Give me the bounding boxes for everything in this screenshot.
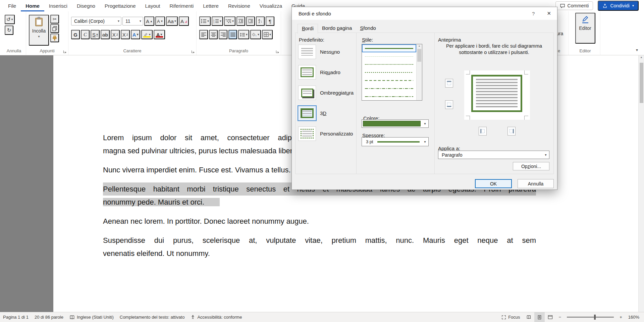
style-option[interactable] [362,85,416,93]
font-size-combo[interactable]: 11 ▾ [122,17,143,25]
collapse-ribbon-chevron-icon[interactable]: ▾ [636,48,638,52]
comments-button[interactable]: Commenti [555,1,593,10]
shrink-font-button[interactable]: A▼ [155,16,165,26]
accessibility-status[interactable]: Accessibilità: conforme [187,312,245,322]
border-preview-diagram[interactable] [464,70,530,120]
selected-text[interactable]: nonummy pede. Mauris et orci. [103,198,220,206]
scroll-up-icon[interactable]: ▴ [641,55,642,59]
sort-button[interactable]: AZ ↓ [256,16,265,26]
options-button[interactable]: Opzioni... [513,162,549,170]
font-dialog-launcher[interactable] [191,50,195,53]
superscript-button[interactable]: X2 [121,30,130,39]
print-layout-button[interactable] [534,312,545,322]
close-icon[interactable]: ✕ [547,10,551,16]
scrollbar-thumb[interactable] [640,63,643,103]
text-line[interactable]: nonummy pede. Mauris et orci. [103,196,536,209]
menu-tab-disegno[interactable]: Disegno [72,0,100,11]
preset-ombreggiatura[interactable]: Ombreggiatura [298,85,354,101]
menu-tab-file[interactable]: File [3,0,21,11]
text-line[interactable]: Aenean nec lorem. In porttitor. Donec la… [103,215,536,228]
decrease-indent-button[interactable] [236,16,245,26]
right-border-toggle-button[interactable] [507,127,516,136]
zoom-in-button[interactable]: + [616,312,625,322]
menu-tab-home[interactable]: Home [21,0,44,11]
copy-button[interactable] [50,24,59,33]
tab-sfondo[interactable]: Sfondo [356,24,380,34]
grow-font-button[interactable]: A▲ [144,16,154,26]
clipboard-dialog-launcher[interactable] [63,50,66,53]
strikethrough-button[interactable]: ab [101,30,110,39]
menu-tab-inserisci[interactable]: Inserisci [44,0,72,11]
style-option[interactable] [362,68,416,76]
tab-bordi[interactable]: Bordi [298,24,318,34]
style-option[interactable] [362,44,416,52]
menu-tab-layout[interactable]: Layout [141,0,165,11]
paragraph[interactable]: Aenean nec lorem. In porttitor. Donec la… [103,215,536,228]
web-layout-button[interactable] [545,312,556,322]
zoom-slider-thumb[interactable] [594,315,596,320]
underline-button[interactable]: S▾ [91,30,100,39]
cancel-button[interactable]: Annulla [518,179,554,188]
highlight-color-button[interactable]: ▾ [141,30,153,39]
zoom-level[interactable]: 160% [625,312,644,322]
bullets-button[interactable]: ▾ [199,16,211,26]
align-right-button[interactable] [219,30,227,39]
help-icon[interactable]: ? [532,11,535,16]
style-option[interactable] [362,93,416,101]
read-mode-button[interactable] [523,312,534,322]
top-border-toggle-button[interactable] [445,79,453,88]
style-list-scrollbar[interactable]: ▴ [416,44,422,100]
focus-mode-button[interactable]: Focus [498,312,523,322]
borders-button[interactable]: ▾ [262,30,273,39]
preset-personalizzato[interactable]: Personalizzato [298,126,354,142]
style-option[interactable] [362,52,416,60]
multilevel-list-button[interactable]: ▾ [224,16,235,26]
menu-tab-revisione[interactable]: Revisione [223,0,255,11]
left-border-toggle-button[interactable] [479,127,487,136]
text-line[interactable]: venenatis eleifend. Ut nonummy. [103,247,536,260]
justify-button[interactable] [228,30,237,39]
word-count[interactable]: 20 di 86 parole [32,312,66,322]
redo-button[interactable]: ↻ [5,25,13,35]
proofing-language[interactable]: Inglese (Stati Uniti) [66,312,117,322]
menu-tab-visualizza[interactable]: Visualizza [255,0,287,11]
show-formatting-button[interactable]: ¶ [266,16,274,26]
preset-3d[interactable]: 3D [298,105,354,121]
bold-button[interactable]: G [71,30,80,39]
cut-button[interactable]: ✂ [50,15,59,23]
paste-button[interactable]: Incolla ▾ [29,15,49,46]
numbering-button[interactable]: 123 ▾ [212,16,223,26]
scrollbar-thumb[interactable] [417,49,421,62]
menu-tab-progettazione[interactable]: Progettazione [100,0,141,11]
increase-indent-button[interactable] [246,16,255,26]
align-left-button[interactable] [199,30,208,39]
dialog-title-bar[interactable]: Bordi e sfondo ? ✕ [292,7,557,20]
menu-tab-riferimenti[interactable]: Riferimenti [165,0,199,11]
bottom-border-toggle-button[interactable] [445,100,453,109]
style-option[interactable] [362,60,416,68]
preset-riquadro[interactable]: Riquadro [298,64,354,80]
paragraph[interactable]: Suspendisse dui purus, scelerisque at, v… [103,234,536,260]
text-effects-button[interactable]: A▾ [131,30,140,39]
dictate-label-fragment[interactable]: ura [556,31,563,36]
font-name-combo[interactable]: Calibri (Corpo) ▾ [71,17,121,25]
undo-button[interactable]: ↺▾ [5,15,15,24]
apply-to-dropdown[interactable]: Paragrafo ▾ [438,151,549,159]
border-width-dropdown[interactable]: 3 pt ▾ [362,137,429,146]
align-center-button[interactable] [209,30,218,39]
format-painter-button[interactable] [50,34,59,42]
font-color-button[interactable]: A ▾ [154,30,165,39]
border-style-listbox[interactable]: ▴ [362,44,422,101]
shading-button[interactable]: ▾ [250,30,261,39]
text-prediction-status[interactable]: Completamento del testo: attivato [117,312,188,322]
editor-button[interactable]: Editor [575,13,595,44]
page-count[interactable]: Pagina 1 di 1 [0,312,32,322]
vertical-scrollbar[interactable]: ▴ [638,55,644,312]
zoom-slider[interactable] [567,317,614,318]
share-button[interactable]: Condividi ▾ [598,1,639,11]
ok-button[interactable]: OK [475,179,512,188]
line-spacing-button[interactable]: ▾ [238,30,249,39]
style-option[interactable] [362,76,416,85]
border-color-dropdown[interactable]: ▾ [362,119,429,128]
subscript-button[interactable]: X2 [111,30,120,39]
